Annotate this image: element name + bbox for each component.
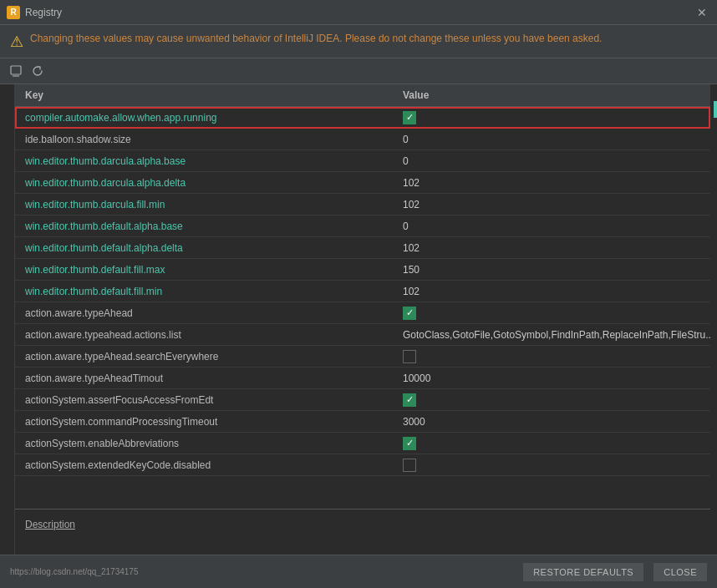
- right-indicator: [710, 84, 717, 575]
- row-key: ide.balloon.shadow.size: [15, 130, 393, 149]
- row-value: 102: [393, 239, 710, 257]
- row-key: win.editor.thumb.darcula.alpha.base: [15, 152, 393, 170]
- row-value: 0: [393, 152, 710, 170]
- table-row[interactable]: action.aware.typeAhead✓: [15, 302, 710, 324]
- app-icon: R: [7, 6, 20, 19]
- row-key: action.aware.typeAhead.searchEverywhere: [15, 347, 393, 366]
- close-window-button[interactable]: ✕: [694, 4, 710, 21]
- title-bar: R Registry ✕: [0, 0, 717, 25]
- row-key: win.editor.thumb.darcula.fill.min: [15, 195, 393, 214]
- row-key: actionSystem.enableAbbreviations: [15, 434, 393, 453]
- table-row[interactable]: win.editor.thumb.default.fill.max150: [15, 259, 710, 281]
- warning-text: Changing these values may cause unwanted…: [30, 32, 602, 46]
- row-key: win.editor.thumb.default.fill.min: [15, 282, 393, 301]
- add-button[interactable]: [7, 62, 25, 80]
- svg-rect-0: [11, 66, 21, 74]
- restore-defaults-button[interactable]: RESTORE DEFAULTS: [523, 563, 643, 581]
- row-value: [393, 455, 710, 475]
- row-key: win.editor.thumb.default.fill.max: [15, 261, 393, 279]
- row-value: 0: [393, 217, 710, 236]
- checkbox-checked-icon[interactable]: ✓: [403, 307, 416, 320]
- main-content: Key Value compiler.automake.allow.when.a…: [0, 84, 717, 575]
- row-value: ✓: [393, 433, 710, 454]
- table-row[interactable]: action.aware.typeAheadTimout10000: [15, 368, 710, 389]
- toolbar: [0, 58, 717, 84]
- row-value: ✓: [393, 390, 710, 410]
- scroll-indicator: [714, 101, 717, 118]
- registry-area: Key Value compiler.automake.allow.when.a…: [15, 84, 710, 575]
- close-button[interactable]: CLOSE: [653, 563, 707, 581]
- url-text: https://blog.csdn.net/qq_21734175: [10, 567, 138, 576]
- table-header: Key Value: [15, 84, 710, 107]
- row-key: action.aware.typeahead.actions.list: [15, 326, 393, 344]
- row-value: 10000: [393, 369, 710, 388]
- table-row[interactable]: action.aware.typeahead.actions.listGotoC…: [15, 324, 710, 346]
- table-row[interactable]: actionSystem.extendedKeyCode.disabled: [15, 454, 710, 476]
- row-key: win.editor.thumb.darcula.alpha.delta: [15, 174, 393, 192]
- row-key: action.aware.typeAhead: [15, 304, 393, 322]
- left-sidebar: [0, 84, 15, 575]
- table-row[interactable]: win.editor.thumb.darcula.alpha.delta102: [15, 172, 710, 194]
- checkbox-checked-icon[interactable]: ✓: [403, 393, 416, 407]
- checkbox-checked-icon[interactable]: ✓: [403, 111, 416, 124]
- description-label: Description: [25, 519, 75, 530]
- row-key: win.editor.thumb.default.alpha.delta: [15, 239, 393, 257]
- row-key: action.aware.typeAheadTimout: [15, 369, 393, 388]
- checkbox-checked-icon[interactable]: ✓: [403, 437, 416, 450]
- table-row[interactable]: win.editor.thumb.default.fill.min102: [15, 281, 710, 302]
- checkbox-unchecked-icon[interactable]: [403, 350, 416, 363]
- checkbox-unchecked-icon[interactable]: [403, 459, 416, 472]
- window-title: Registry: [25, 7, 694, 18]
- row-key: win.editor.thumb.default.alpha.base: [15, 217, 393, 236]
- row-value: 150: [393, 261, 710, 279]
- table-row[interactable]: win.editor.thumb.darcula.alpha.base0: [15, 150, 710, 172]
- table-row[interactable]: action.aware.typeAhead.searchEverywhere: [15, 346, 710, 368]
- row-value: 3000: [393, 413, 710, 431]
- row-value: 0: [393, 130, 710, 149]
- bottom-bar: https://blog.csdn.net/qq_21734175 RESTOR…: [0, 555, 717, 588]
- warning-icon: ⚠: [10, 33, 23, 51]
- row-value: ✓: [393, 108, 710, 128]
- table-row[interactable]: compiler.automake.allow.when.app.running…: [15, 107, 710, 129]
- row-key: actionSystem.commandProcessingTimeout: [15, 413, 393, 431]
- warning-bar: ⚠ Changing these values may cause unwant…: [0, 25, 717, 58]
- table-row[interactable]: actionSystem.commandProcessingTimeout300…: [15, 411, 710, 433]
- table-row[interactable]: actionSystem.assertFocusAccessFromEdt✓: [15, 389, 710, 411]
- row-value: [393, 347, 710, 367]
- row-value: 102: [393, 195, 710, 214]
- table-row[interactable]: win.editor.thumb.default.alpha.delta102: [15, 237, 710, 259]
- table-row[interactable]: win.editor.thumb.default.alpha.base0: [15, 215, 710, 237]
- table-body[interactable]: compiler.automake.allow.when.app.running…: [15, 107, 710, 509]
- row-key: actionSystem.extendedKeyCode.disabled: [15, 456, 393, 474]
- row-key: actionSystem.assertFocusAccessFromEdt: [15, 391, 393, 409]
- row-value: GotoClass,GotoFile,GotoSymbol,FindInPath…: [393, 326, 710, 344]
- table-row[interactable]: ide.balloon.shadow.size0: [15, 129, 710, 150]
- table-row[interactable]: actionSystem.enableAbbreviations✓: [15, 433, 710, 454]
- header-key: Key: [15, 89, 393, 101]
- row-value: 102: [393, 282, 710, 301]
- row-value: 102: [393, 174, 710, 192]
- table-row[interactable]: win.editor.thumb.darcula.fill.min102: [15, 194, 710, 215]
- header-value: Value: [393, 89, 710, 101]
- row-value: ✓: [393, 303, 710, 323]
- row-key: compiler.automake.allow.when.app.running: [15, 109, 393, 127]
- refresh-button[interactable]: [28, 62, 47, 80]
